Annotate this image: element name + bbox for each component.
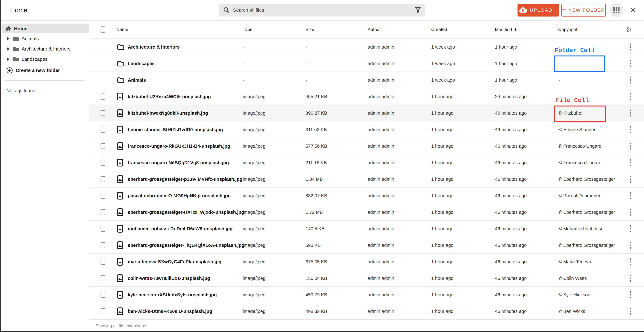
row-menu-button[interactable] (628, 174, 634, 184)
row-checkbox[interactable] (100, 143, 105, 149)
sort-descending-icon: ↓ (514, 27, 518, 32)
table-row-file[interactable]: colin-watts-r3wH8lliUxs-unsplash.jpgimag… (89, 270, 644, 287)
row-menu-button[interactable] (628, 306, 634, 316)
image-file-icon (117, 225, 123, 233)
sidebar-item-architecture-interiors[interactable]: Architecture & Interiors (0, 44, 89, 54)
table-row-file[interactable]: eberhard-grossgasteiger-p3u9-lMVNfc-unsp… (89, 171, 644, 188)
modified-cell: 46 minutes ago (495, 259, 527, 264)
sidebar-item-animals[interactable]: Animals (0, 34, 89, 44)
select-all-checkbox[interactable] (100, 27, 105, 33)
name-cell: Architecture & Interiors (128, 44, 180, 50)
author-cell: admin admin (368, 143, 394, 149)
row-checkbox[interactable] (100, 126, 105, 133)
annotation-label-file-cell: File Cell (556, 97, 589, 104)
modified-cell: 46 minutes ago (495, 292, 527, 297)
column-header-name[interactable]: Name (116, 27, 128, 32)
row-checkbox[interactable] (100, 176, 105, 182)
table-row-file[interactable]: pascal-debrunner-O-MG9HpNKgI-unsplash.jp… (89, 188, 644, 204)
expand-caret-icon[interactable] (7, 58, 10, 61)
image-file-icon (117, 109, 123, 117)
copyright-cell: © Eberhard Grossgasteiger (558, 243, 615, 248)
folder-icon (13, 46, 19, 52)
row-menu-button[interactable] (628, 273, 634, 283)
row-checkbox[interactable] (100, 242, 105, 248)
row-menu-button[interactable] (628, 141, 634, 151)
image-file-icon (117, 208, 123, 216)
row-checkbox[interactable] (100, 259, 105, 265)
row-menu-button[interactable] (628, 42, 634, 52)
table-row-file[interactable]: ben-wicks-Dtm9FK50sIU-unsplash.jpgimage/… (89, 303, 644, 320)
row-menu-button[interactable] (628, 257, 634, 266)
grid-view-toggle-button[interactable] (610, 3, 624, 17)
created-cell: 1 hour ago (431, 292, 454, 297)
search-input[interactable] (233, 7, 412, 13)
table-body: Architecture & Interiors--admin admin1 w… (89, 39, 644, 320)
table-row-folder[interactable]: Animals--admin admin1 week ago1 hour ago… (89, 72, 644, 88)
table-row-file[interactable]: maria-teneva-SXwCyG4FoPk-unsplash.jpgima… (89, 254, 644, 270)
row-checkbox[interactable] (100, 110, 105, 116)
author-cell: admin admin (368, 110, 394, 116)
type-cell: image/jpeg (243, 110, 266, 116)
created-cell: 1 hour ago (431, 110, 454, 116)
name-cell: hennie-stander-BtHtZsGvdD0-unsplash.jpg (128, 127, 223, 132)
author-cell: admin admin (368, 127, 394, 132)
name-cell: Animals (128, 77, 146, 83)
row-menu-button[interactable] (628, 75, 634, 85)
row-checkbox[interactable] (100, 209, 105, 215)
row-menu-button[interactable] (628, 224, 634, 233)
row-menu-button[interactable] (628, 240, 634, 250)
type-cell: image/jpeg (243, 243, 266, 248)
created-cell: 1 hour ago (431, 177, 454, 182)
column-header-copyright[interactable]: Copyright (558, 27, 578, 32)
row-menu-button[interactable] (628, 290, 634, 299)
image-file-icon (117, 274, 123, 282)
row-checkbox[interactable] (100, 226, 105, 232)
column-header-size[interactable]: Size (306, 27, 314, 32)
table-row-file[interactable]: francesco-ungaro-RkGUx3H1-B4-unsplash.jp… (89, 138, 644, 154)
new-folder-button[interactable]: + NEW FOLDER (562, 4, 606, 17)
column-header-created[interactable]: Created (431, 27, 447, 32)
row-checkbox[interactable] (100, 275, 105, 281)
row-menu-button[interactable] (628, 158, 634, 167)
sidebar: Home AnimalsArchitecture & InteriorsLand… (0, 21, 90, 332)
close-icon[interactable]: ✕ (626, 6, 639, 15)
table-row-file[interactable]: kyle-hinkson-rXSUedxSyIs-unsplash.jpgima… (89, 287, 644, 303)
folder-icon (13, 36, 19, 41)
row-menu-button[interactable] (628, 207, 634, 217)
sidebar-item-home[interactable]: Home (2, 24, 89, 33)
column-header-modified[interactable]: Modified ↓ (495, 27, 518, 32)
row-menu-button[interactable] (628, 59, 634, 68)
size-cell: - (306, 44, 307, 50)
row-checkbox[interactable] (100, 292, 105, 298)
create-new-folder-button[interactable]: Create a new folder (6, 65, 60, 76)
table-row-file[interactable]: francesco-ungaro-NilBQqD1Vg8-unsplash.jp… (89, 154, 644, 171)
table-settings-gear-icon[interactable]: ⚙ (626, 26, 632, 34)
sidebar-item-landscapes[interactable]: Landscapes (0, 54, 89, 64)
image-file-icon (117, 126, 123, 134)
upload-button[interactable]: UPLOAD... (518, 4, 559, 17)
row-menu-button[interactable] (628, 108, 634, 118)
search-bar[interactable] (219, 4, 425, 17)
name-cell: pascal-debrunner-O-MG9HpNKgI-unsplash.jp… (128, 193, 231, 198)
column-header-author[interactable]: Author (368, 27, 381, 32)
row-checkbox[interactable] (100, 93, 105, 100)
table-row-file[interactable]: hennie-stander-BtHtZsGvdD0-unsplash.jpgi… (89, 121, 644, 138)
row-checkbox[interactable] (100, 159, 105, 166)
table-row-file[interactable]: eberhard-grossgasteiger-_lQB4QlX1oA-unsp… (89, 237, 644, 254)
grid-view-icon (614, 7, 620, 13)
row-menu-button[interactable] (628, 191, 634, 200)
author-cell: admin admin (368, 177, 394, 182)
row-menu-button[interactable] (628, 125, 634, 134)
column-header-type[interactable]: Type (243, 27, 252, 32)
filter-funnel-icon[interactable] (415, 7, 421, 13)
size-cell: 593 KB (306, 243, 321, 248)
upload-button-label: UPLOAD... (530, 7, 558, 13)
expand-caret-icon[interactable] (7, 37, 10, 40)
expand-caret-icon[interactable] (7, 48, 10, 50)
row-menu-button[interactable] (628, 92, 634, 101)
table-row-file[interactable]: mohamed-nohassi-Di-DmLD6cW8-unsplash.jpg… (89, 221, 644, 237)
table-row-file[interactable]: eberhard-grossgasteiger-HXHzI_Wjxdo-unsp… (89, 204, 644, 221)
row-checkbox[interactable] (100, 308, 105, 314)
row-checkbox[interactable] (100, 193, 105, 199)
copyright-cell: © Maria Teneva (558, 259, 591, 264)
